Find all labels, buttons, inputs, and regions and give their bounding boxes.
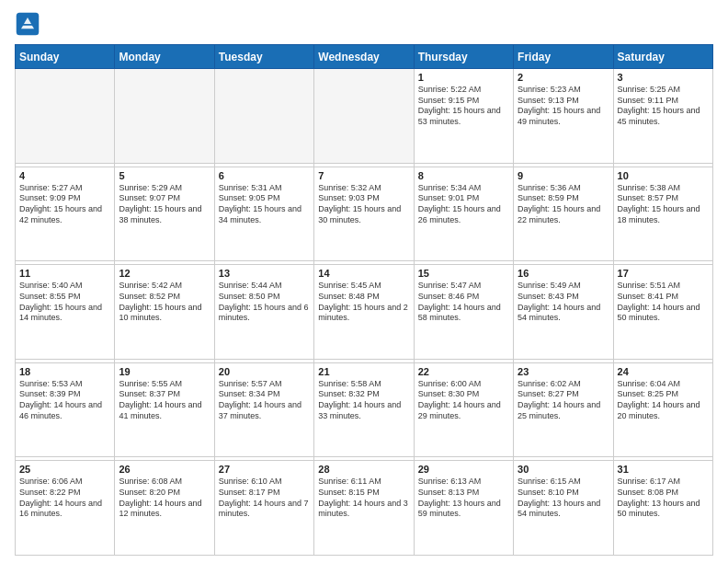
weekday-tuesday: Tuesday (214, 45, 313, 69)
calendar-cell: 26Sunrise: 6:08 AMSunset: 8:20 PMDayligh… (115, 461, 214, 556)
calendar-cell: 8Sunrise: 5:34 AMSunset: 9:01 PMDaylight… (414, 167, 513, 261)
calendar-cell (214, 69, 313, 164)
logo-icon (15, 11, 40, 37)
day-number: 3 (618, 72, 709, 83)
day-number: 24 (618, 366, 709, 377)
calendar-cell: 1Sunrise: 5:22 AMSunset: 9:15 PMDaylight… (414, 69, 513, 164)
day-number: 11 (19, 268, 110, 279)
day-number: 23 (518, 366, 609, 377)
calendar-cell: 11Sunrise: 5:40 AMSunset: 8:55 PMDayligh… (16, 265, 115, 360)
day-number: 7 (318, 170, 409, 181)
day-number: 31 (618, 464, 709, 475)
day-info: Sunrise: 5:23 AMSunset: 9:13 PMDaylight:… (518, 85, 609, 128)
calendar-cell (115, 69, 214, 164)
day-info: Sunrise: 5:36 AMSunset: 8:59 PMDaylight:… (518, 183, 609, 226)
calendar-cell: 12Sunrise: 5:42 AMSunset: 8:52 PMDayligh… (115, 265, 214, 360)
day-number: 19 (119, 366, 210, 377)
calendar-cell (314, 69, 414, 164)
day-number: 6 (219, 170, 310, 181)
day-number: 16 (518, 268, 609, 279)
calendar-cell: 22Sunrise: 6:00 AMSunset: 8:30 PMDayligh… (414, 362, 513, 457)
week-row-3: 18Sunrise: 5:53 AMSunset: 8:39 PMDayligh… (16, 362, 713, 457)
logo (15, 11, 44, 37)
calendar-cell: 7Sunrise: 5:32 AMSunset: 9:03 PMDaylight… (314, 167, 414, 261)
day-number: 22 (418, 366, 509, 377)
day-info: Sunrise: 5:45 AMSunset: 8:48 PMDaylight:… (318, 281, 409, 324)
calendar-cell: 5Sunrise: 5:29 AMSunset: 9:07 PMDaylight… (115, 167, 214, 261)
day-number: 13 (219, 268, 310, 279)
calendar-cell: 29Sunrise: 6:13 AMSunset: 8:13 PMDayligh… (414, 461, 513, 556)
day-number: 2 (518, 72, 609, 83)
day-info: Sunrise: 5:51 AMSunset: 8:41 PMDaylight:… (618, 281, 709, 324)
weekday-wednesday: Wednesday (314, 45, 414, 69)
day-info: Sunrise: 6:15 AMSunset: 8:10 PMDaylight:… (518, 477, 609, 520)
day-info: Sunrise: 5:34 AMSunset: 9:01 PMDaylight:… (418, 183, 509, 226)
calendar-cell: 19Sunrise: 5:55 AMSunset: 8:37 PMDayligh… (115, 362, 214, 457)
day-number: 26 (119, 464, 210, 475)
calendar-cell: 2Sunrise: 5:23 AMSunset: 9:13 PMDaylight… (514, 69, 613, 164)
day-info: Sunrise: 6:11 AMSunset: 8:15 PMDaylight:… (318, 477, 409, 520)
day-info: Sunrise: 6:02 AMSunset: 8:27 PMDaylight:… (518, 379, 609, 422)
day-number: 8 (418, 170, 509, 181)
calendar-cell: 24Sunrise: 6:04 AMSunset: 8:25 PMDayligh… (613, 362, 712, 457)
day-number: 30 (518, 464, 609, 475)
day-number: 17 (618, 268, 709, 279)
day-number: 10 (618, 170, 709, 181)
calendar-cell: 6Sunrise: 5:31 AMSunset: 9:05 PMDaylight… (214, 167, 313, 261)
day-number: 14 (318, 268, 409, 279)
day-info: Sunrise: 6:04 AMSunset: 8:25 PMDaylight:… (618, 379, 709, 422)
day-number: 21 (318, 366, 409, 377)
calendar-cell: 20Sunrise: 5:57 AMSunset: 8:34 PMDayligh… (214, 362, 313, 457)
calendar-cell (16, 69, 115, 164)
day-info: Sunrise: 5:42 AMSunset: 8:52 PMDaylight:… (119, 281, 210, 324)
calendar-cell: 10Sunrise: 5:38 AMSunset: 8:57 PMDayligh… (613, 167, 712, 261)
calendar-cell: 27Sunrise: 6:10 AMSunset: 8:17 PMDayligh… (214, 461, 313, 556)
calendar-cell: 9Sunrise: 5:36 AMSunset: 8:59 PMDaylight… (514, 167, 613, 261)
day-info: Sunrise: 5:57 AMSunset: 8:34 PMDaylight:… (219, 379, 310, 422)
day-info: Sunrise: 6:06 AMSunset: 8:22 PMDaylight:… (19, 477, 110, 520)
calendar-cell: 28Sunrise: 6:11 AMSunset: 8:15 PMDayligh… (314, 461, 414, 556)
day-info: Sunrise: 5:25 AMSunset: 9:11 PMDaylight:… (618, 85, 709, 128)
day-number: 20 (219, 366, 310, 377)
day-info: Sunrise: 5:27 AMSunset: 9:09 PMDaylight:… (19, 183, 110, 226)
week-row-4: 25Sunrise: 6:06 AMSunset: 8:22 PMDayligh… (16, 461, 713, 556)
day-info: Sunrise: 6:13 AMSunset: 8:13 PMDaylight:… (418, 477, 509, 520)
day-info: Sunrise: 5:44 AMSunset: 8:50 PMDaylight:… (219, 281, 310, 324)
day-info: Sunrise: 5:40 AMSunset: 8:55 PMDaylight:… (19, 281, 110, 324)
day-info: Sunrise: 5:31 AMSunset: 9:05 PMDaylight:… (219, 183, 310, 226)
calendar-cell: 18Sunrise: 5:53 AMSunset: 8:39 PMDayligh… (16, 362, 115, 457)
day-number: 25 (19, 464, 110, 475)
day-number: 5 (119, 170, 210, 181)
calendar-cell: 14Sunrise: 5:45 AMSunset: 8:48 PMDayligh… (314, 265, 414, 360)
calendar-cell: 17Sunrise: 5:51 AMSunset: 8:41 PMDayligh… (613, 265, 712, 360)
day-info: Sunrise: 5:29 AMSunset: 9:07 PMDaylight:… (119, 183, 210, 226)
day-number: 1 (418, 72, 509, 83)
calendar-cell: 3Sunrise: 5:25 AMSunset: 9:11 PMDaylight… (613, 69, 712, 164)
week-row-0: 1Sunrise: 5:22 AMSunset: 9:15 PMDaylight… (16, 69, 713, 164)
weekday-header-row: SundayMondayTuesdayWednesdayThursdayFrid… (16, 45, 713, 69)
day-info: Sunrise: 5:49 AMSunset: 8:43 PMDaylight:… (518, 281, 609, 324)
calendar-cell: 13Sunrise: 5:44 AMSunset: 8:50 PMDayligh… (214, 265, 313, 360)
calendar-cell: 30Sunrise: 6:15 AMSunset: 8:10 PMDayligh… (514, 461, 613, 556)
calendar-cell: 4Sunrise: 5:27 AMSunset: 9:09 PMDaylight… (16, 167, 115, 261)
header (15, 11, 713, 37)
day-number: 15 (418, 268, 509, 279)
day-number: 4 (19, 170, 110, 181)
day-info: Sunrise: 6:17 AMSunset: 8:08 PMDaylight:… (618, 477, 709, 520)
day-info: Sunrise: 5:47 AMSunset: 8:46 PMDaylight:… (418, 281, 509, 324)
weekday-friday: Friday (514, 45, 613, 69)
day-info: Sunrise: 5:22 AMSunset: 9:15 PMDaylight:… (418, 85, 509, 128)
svg-rect-2 (23, 24, 33, 26)
weekday-monday: Monday (115, 45, 214, 69)
day-info: Sunrise: 5:55 AMSunset: 8:37 PMDaylight:… (119, 379, 210, 422)
calendar-cell: 21Sunrise: 5:58 AMSunset: 8:32 PMDayligh… (314, 362, 414, 457)
calendar-cell: 25Sunrise: 6:06 AMSunset: 8:22 PMDayligh… (16, 461, 115, 556)
weekday-thursday: Thursday (414, 45, 513, 69)
day-number: 9 (518, 170, 609, 181)
week-row-2: 11Sunrise: 5:40 AMSunset: 8:55 PMDayligh… (16, 265, 713, 360)
weekday-sunday: Sunday (16, 45, 115, 69)
day-info: Sunrise: 6:08 AMSunset: 8:20 PMDaylight:… (119, 477, 210, 520)
calendar-cell: 23Sunrise: 6:02 AMSunset: 8:27 PMDayligh… (514, 362, 613, 457)
day-number: 18 (19, 366, 110, 377)
day-info: Sunrise: 5:38 AMSunset: 8:57 PMDaylight:… (618, 183, 709, 226)
